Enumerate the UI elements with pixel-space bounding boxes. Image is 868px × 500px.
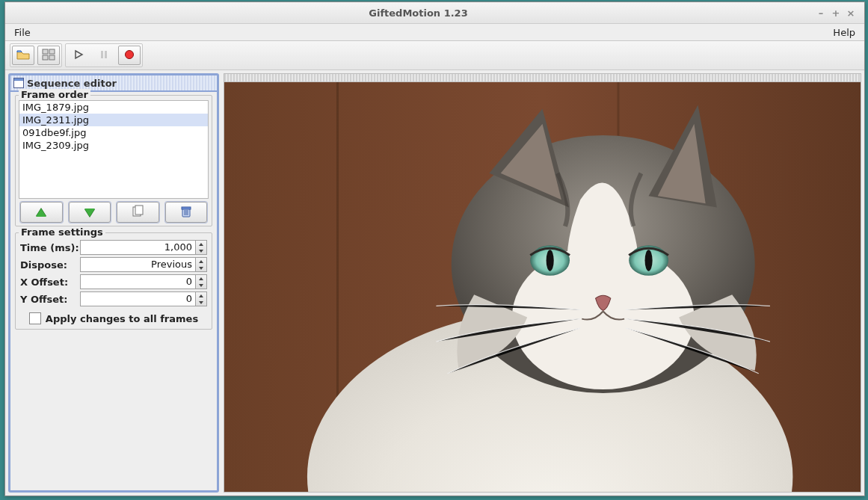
delete-button[interactable] [165,202,208,223]
folder-open-icon [16,49,30,63]
preview-titlebar [224,74,861,82]
pause-button[interactable] [93,46,115,65]
menubar: File Help [5,24,864,41]
preview-area [224,82,861,492]
dispose-up[interactable] [196,258,206,265]
toolbar [5,41,864,70]
frame-settings-label: Frame settings [19,226,105,238]
open-button[interactable] [12,46,34,65]
maximize-button[interactable]: + [828,7,843,19]
app-window: GiftedMotion 1.23 – + × File Help [4,1,865,496]
y-offset-spinner[interactable]: 0 [80,291,207,306]
x-down[interactable] [196,282,206,288]
frame-row[interactable]: 091dbe9f.jpg [19,126,208,139]
svg-rect-8 [135,206,143,214]
x-offset-label: X Offset: [20,277,80,288]
svg-rect-4 [101,51,103,58]
svg-rect-1 [49,49,55,54]
sequence-editor-panel: Sequence editor Frame order IMG_1879.jpg… [8,73,219,493]
frame-list[interactable]: IMG_1879.jpgIMG_2311.jpg091dbe9f.jpgIMG_… [19,100,209,199]
y-down[interactable] [196,299,206,306]
thumbnails-icon [42,49,55,63]
time-down[interactable] [196,247,206,254]
frame-settings-group: Frame settings Time (ms): 1,000 Dispose:… [15,232,212,330]
close-button[interactable]: × [843,7,858,19]
dispose-label: Dispose: [20,259,80,271]
svg-rect-3 [49,55,55,60]
time-label: Time (ms): [20,242,80,253]
panel-icon [13,78,24,88]
svg-rect-10 [182,207,191,209]
time-value: 1,000 [81,241,195,254]
duplicate-button[interactable] [117,202,159,223]
record-icon [124,49,135,62]
play-button[interactable] [67,46,90,65]
svg-point-24 [645,250,653,271]
svg-point-6 [126,50,134,58]
x-offset-spinner[interactable]: 0 [80,274,207,289]
frame-row[interactable]: IMG_2309.jpg [19,139,208,152]
frame-row[interactable]: IMG_1879.jpg [19,101,208,114]
y-offset-label: Y Offset: [20,294,80,305]
svg-rect-2 [43,55,48,60]
menu-file[interactable]: File [10,25,35,40]
duplicate-icon [131,205,144,220]
dispose-down[interactable] [196,265,206,271]
time-spinner[interactable]: 1,000 [80,240,207,255]
sequence-editor-title-text: Sequence editor [27,78,117,89]
y-up[interactable] [196,292,206,299]
apply-all-label: Apply changes to all frames [46,313,198,324]
delete-icon [179,205,193,220]
frame-order-label: Frame order [19,89,90,100]
x-offset-value: 0 [81,275,195,288]
preview-image [224,82,861,492]
window-titlebar: GiftedMotion 1.23 – + × [5,2,864,24]
y-offset-value: 0 [81,292,195,306]
frame-order-group: Frame order IMG_1879.jpgIMG_2311.jpg091d… [15,95,212,226]
frame-row[interactable]: IMG_2311.jpg [19,114,208,126]
dispose-value: Previous [81,258,195,271]
svg-point-23 [547,250,554,271]
minimize-button[interactable]: – [813,7,828,19]
apply-all-checkbox[interactable] [29,312,41,324]
time-up[interactable] [196,241,206,247]
content-area: Sequence editor Frame order IMG_1879.jpg… [5,70,864,496]
dispose-spinner[interactable]: Previous [80,257,207,272]
svg-rect-0 [43,49,48,54]
play-icon [73,49,84,62]
thumbnails-button[interactable] [37,46,60,65]
window-title: GiftedMotion 1.23 [23,7,813,19]
arrow-down-icon [84,209,95,217]
x-up[interactable] [196,275,206,282]
svg-rect-5 [105,51,107,58]
arrow-up-icon [36,209,46,217]
move-down-button[interactable] [69,202,111,223]
pause-icon [99,49,109,62]
menu-help[interactable]: Help [828,25,860,40]
record-button[interactable] [118,46,141,65]
preview-panel [224,73,861,493]
move-up-button[interactable] [20,202,63,223]
